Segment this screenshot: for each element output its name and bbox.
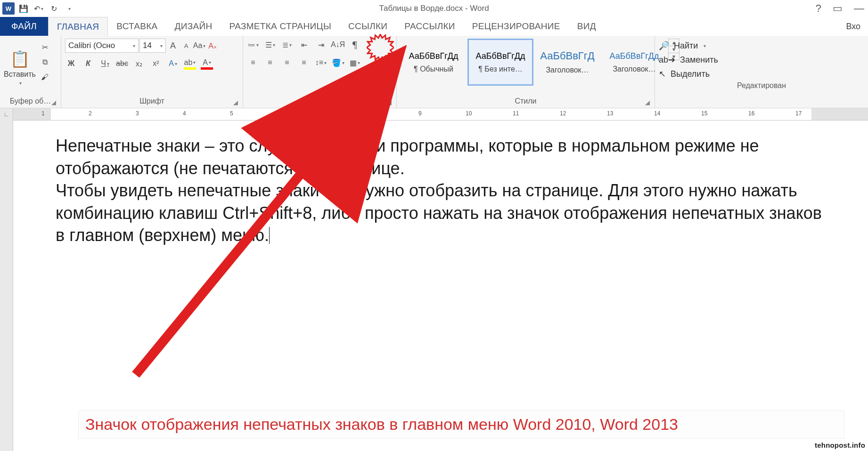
- dialog-launcher-icon[interactable]: ◢: [387, 99, 392, 106]
- tab-insert[interactable]: ВСТАВКА: [108, 17, 166, 36]
- italic-button[interactable]: К: [82, 57, 94, 70]
- clipboard-icon: 📋: [10, 49, 30, 68]
- increase-indent-icon[interactable]: ⇥: [315, 39, 327, 51]
- tab-page-layout[interactable]: РАЗМЕТКА СТРАНИЦЫ: [221, 17, 340, 36]
- dialog-launcher-icon[interactable]: ◢: [233, 99, 238, 106]
- superscript-button[interactable]: x²: [150, 57, 162, 70]
- shading-icon[interactable]: 🪣▾: [332, 56, 344, 69]
- align-center-icon[interactable]: ≡: [264, 56, 276, 69]
- word-logo-icon[interactable]: W: [2, 2, 15, 15]
- help-icon[interactable]: ?: [816, 2, 821, 15]
- subscript-button[interactable]: x₂: [133, 57, 145, 70]
- group-styles: АаБбВвГгДд ¶ Обычный АаБбВвГгДд ¶ Без ин…: [397, 36, 655, 108]
- borders-icon[interactable]: ▦▾: [349, 56, 361, 69]
- account-area[interactable]: Вхо: [846, 17, 868, 36]
- group-clipboard-label: Буфер об… ◢: [4, 95, 57, 108]
- paste-button[interactable]: 📋 Вставить ▾: [4, 39, 36, 86]
- find-button[interactable]: 🔎 Найти▾: [659, 40, 864, 51]
- qat-customize-icon[interactable]: ▾: [62, 2, 75, 15]
- title-bar: W 💾 ↶▾ ↻ ▾ Таблицы в Ворде.docx - Word ?…: [0, 0, 868, 17]
- underline-button[interactable]: Ч▾: [99, 57, 111, 70]
- font-color-icon[interactable]: A▾: [201, 57, 213, 70]
- numbering-icon[interactable]: ☰▾: [264, 39, 276, 51]
- ruler-vertical[interactable]: [0, 121, 13, 451]
- tab-view[interactable]: ВИД: [569, 17, 605, 36]
- ribbon-options-icon[interactable]: ▭: [833, 2, 843, 15]
- tab-references[interactable]: ССЫЛКИ: [340, 17, 396, 36]
- justify-icon[interactable]: ≡: [298, 56, 310, 69]
- watermark-text: tehnopost.info: [815, 441, 865, 449]
- text-cursor: [269, 227, 270, 244]
- strike-button[interactable]: abc: [116, 57, 128, 70]
- group-editing: 🔎 Найти▾ ab➔ Заменить ↖ Выделить Редакти…: [655, 36, 868, 108]
- group-paragraph: ≔▾ ☰▾ ≣▾ ⇤ ⇥ А↓Я ¶ ≡ ≡ ≡ ≡ ↕≡▾ 🪣▾ ▦▾ Абз…: [243, 36, 397, 108]
- style-heading1[interactable]: АаБбВвГгД Заголовок…: [534, 39, 600, 86]
- shrink-font-icon[interactable]: A: [180, 40, 192, 52]
- format-painter-icon[interactable]: 🖌: [39, 71, 51, 83]
- tab-review[interactable]: РЕЦЕНЗИРОВАНИЕ: [464, 17, 569, 36]
- paragraph-1[interactable]: Непечатные знаки – это служебные знаки п…: [56, 135, 826, 179]
- sort-icon[interactable]: А↓Я: [332, 39, 344, 51]
- group-font-label: Шрифт ◢: [65, 95, 239, 108]
- align-right-icon[interactable]: ≡: [281, 56, 293, 69]
- tab-mailings[interactable]: РАССЫЛКИ: [396, 17, 464, 36]
- style-no-spacing[interactable]: АаБбВвГгДд ¶ Без инте…: [467, 39, 533, 86]
- styles-gallery[interactable]: АаБбВвГгДд ¶ Обычный АаБбВвГгДд ¶ Без ин…: [401, 39, 680, 89]
- ribbon-tabstrip: ФАЙЛ ГЛАВНАЯ ВСТАВКА ДИЗАЙН РАЗМЕТКА СТР…: [0, 17, 868, 36]
- group-clipboard: 📋 Вставить ▾ ✂ ⧉ 🖌 Буфер об… ◢: [0, 36, 61, 108]
- group-font: Calibri (Осно▾ 14▾ A A Aa▾ Aₓ Ж К Ч▾ abc…: [61, 36, 243, 108]
- align-left-icon[interactable]: ≡: [247, 56, 259, 69]
- save-icon[interactable]: 💾: [17, 2, 30, 15]
- group-editing-label: Редактирован: [659, 79, 864, 92]
- ruler-corner-icon[interactable]: ∟: [0, 108, 13, 121]
- quick-access-toolbar: W 💾 ↶▾ ↻ ▾: [0, 2, 77, 15]
- undo-icon[interactable]: ↶▾: [32, 2, 45, 15]
- pilcrow-button[interactable]: ¶: [349, 39, 361, 51]
- change-case-icon[interactable]: Aa▾: [193, 40, 205, 52]
- tab-design[interactable]: ДИЗАЙН: [166, 17, 221, 36]
- annotation-caption: Значок отображения непечатных знаков в г…: [78, 410, 844, 439]
- document-pane: Непечатные знаки – это служебные знаки п…: [0, 121, 868, 451]
- copy-icon[interactable]: ⧉: [39, 56, 51, 68]
- window-title: Таблицы в Ворде.docx - Word: [379, 4, 489, 13]
- tab-home[interactable]: ГЛАВНАЯ: [48, 17, 108, 36]
- replace-icon: ab➔: [659, 55, 675, 65]
- ruler-horizontal[interactable]: ∟ 1 2 3 4 5 6 7 8 9 10 11 12 13 14 15 16…: [0, 108, 868, 121]
- bullets-icon[interactable]: ≔▾: [247, 39, 259, 51]
- multilevel-icon[interactable]: ≣▾: [281, 39, 293, 51]
- group-styles-label: Стили ◢: [401, 95, 651, 108]
- clear-format-icon[interactable]: Aₓ: [206, 40, 219, 52]
- decrease-indent-icon[interactable]: ⇤: [298, 39, 310, 51]
- style-normal[interactable]: АаБбВвГгДд ¶ Обычный: [401, 39, 467, 86]
- paste-label: Вставить: [4, 70, 36, 79]
- paragraph-2[interactable]: Чтобы увидеть непечатные знаки– их нужно…: [56, 179, 826, 247]
- group-paragraph-label: Абзац ◢: [247, 95, 393, 108]
- highlight-icon[interactable]: ab▾: [184, 57, 196, 70]
- minimize-icon[interactable]: —: [854, 2, 864, 15]
- cut-icon[interactable]: ✂: [39, 41, 51, 53]
- find-icon: 🔎: [659, 40, 669, 51]
- window-controls: ? ▭ —: [816, 2, 864, 15]
- redo-icon[interactable]: ↻: [47, 2, 60, 15]
- dialog-launcher-icon[interactable]: ◢: [51, 99, 56, 106]
- document-page[interactable]: Непечатные знаки – это служебные знаки п…: [13, 121, 868, 451]
- line-spacing-icon[interactable]: ↕≡▾: [315, 56, 327, 69]
- font-name-combo[interactable]: Calibri (Осно▾: [65, 39, 139, 53]
- font-size-combo[interactable]: 14▾: [139, 39, 166, 53]
- replace-button[interactable]: ab➔ Заменить: [659, 55, 864, 65]
- grow-font-icon[interactable]: A: [167, 40, 179, 52]
- ribbon: 📋 Вставить ▾ ✂ ⧉ 🖌 Буфер об… ◢ Calibri (…: [0, 36, 868, 108]
- text-effects-icon[interactable]: A▾: [167, 57, 179, 70]
- dialog-launcher-icon[interactable]: ◢: [645, 99, 650, 106]
- select-button[interactable]: ↖ Выделить: [659, 69, 864, 79]
- tab-file[interactable]: ФАЙЛ: [0, 17, 48, 36]
- select-icon: ↖: [659, 69, 666, 79]
- bold-button[interactable]: Ж: [65, 57, 77, 70]
